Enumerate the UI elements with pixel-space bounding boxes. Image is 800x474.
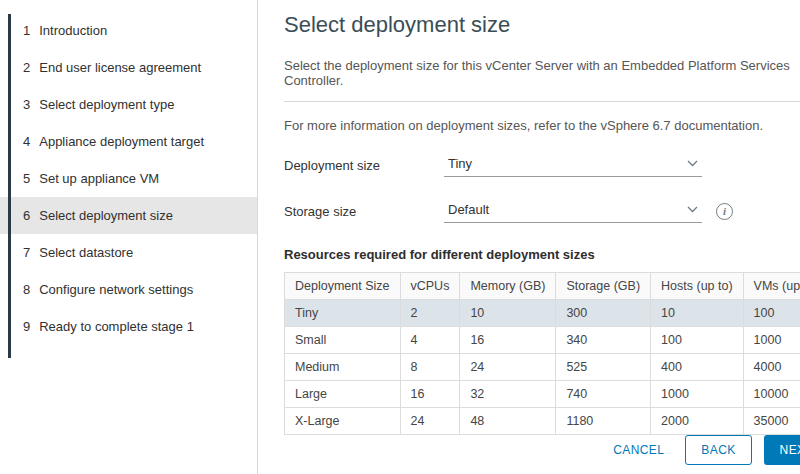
page-title: Select deployment size bbox=[284, 12, 800, 38]
column-header: vCPUs bbox=[400, 273, 460, 300]
step-number: 3 bbox=[23, 96, 30, 113]
chevron-down-icon bbox=[687, 160, 698, 167]
cell: 24 bbox=[460, 354, 556, 381]
table-row-small: Small 4 16 340 100 1000 bbox=[285, 327, 800, 354]
table-row-large: Large 16 32 740 1000 10000 bbox=[285, 381, 800, 408]
wizard-content: Select deployment size Select the deploy… bbox=[258, 0, 800, 474]
sidebar-accent-rail bbox=[8, 14, 11, 358]
wizard-steps-sidebar: 1 Introduction 2 End user license agreem… bbox=[0, 0, 258, 474]
table-row-medium: Medium 8 24 525 400 4000 bbox=[285, 354, 800, 381]
header-divider bbox=[284, 101, 800, 102]
step-label: Ready to complete stage 1 bbox=[39, 318, 194, 335]
cell: 8 bbox=[400, 354, 460, 381]
storage-size-row: Storage size Default i bbox=[284, 199, 800, 223]
info-icon[interactable]: i bbox=[716, 203, 733, 220]
cell: 100 bbox=[743, 300, 800, 327]
step-label: Select deployment type bbox=[39, 96, 174, 113]
storage-size-select[interactable]: Default bbox=[444, 199, 702, 223]
step-label: Select deployment size bbox=[39, 207, 173, 224]
column-header: VMs (up to) bbox=[743, 273, 800, 300]
deployment-size-info-text: For more information on deployment sizes… bbox=[284, 118, 800, 133]
step-number: 9 bbox=[23, 318, 30, 335]
step-number: 1 bbox=[23, 22, 30, 39]
column-header: Hosts (up to) bbox=[651, 273, 744, 300]
cell: 10000 bbox=[743, 381, 800, 408]
step-number: 5 bbox=[23, 170, 30, 187]
deployment-size-label: Deployment size bbox=[284, 158, 444, 173]
cell: 1000 bbox=[743, 327, 800, 354]
sidebar-item-network-settings[interactable]: 8 Configure network settings bbox=[0, 271, 257, 308]
cell: Medium bbox=[285, 354, 401, 381]
cell: 16 bbox=[460, 327, 556, 354]
step-label: Configure network settings bbox=[39, 281, 193, 298]
cell: 2000 bbox=[651, 408, 744, 435]
step-label: End user license agreement bbox=[39, 59, 201, 76]
step-label: Set up appliance VM bbox=[39, 170, 159, 187]
cell: 400 bbox=[651, 354, 744, 381]
sidebar-item-datastore[interactable]: 7 Select datastore bbox=[0, 234, 257, 271]
sidebar-item-eula[interactable]: 2 End user license agreement bbox=[0, 49, 257, 86]
cell: 100 bbox=[651, 327, 744, 354]
step-number: 2 bbox=[23, 59, 30, 76]
deployment-size-row: Deployment size Tiny bbox=[284, 153, 800, 177]
sidebar-item-introduction[interactable]: 1 Introduction bbox=[0, 12, 257, 49]
cell: 340 bbox=[556, 327, 651, 354]
cell: 10 bbox=[651, 300, 744, 327]
cell: 2 bbox=[400, 300, 460, 327]
back-button[interactable]: BACK bbox=[685, 435, 751, 465]
cell: 300 bbox=[556, 300, 651, 327]
table-row-xlarge: X-Large 24 48 1180 2000 35000 bbox=[285, 408, 800, 435]
cell: 4 bbox=[400, 327, 460, 354]
cancel-button[interactable]: CANCEL bbox=[597, 435, 673, 465]
cell: 525 bbox=[556, 354, 651, 381]
deployment-size-select[interactable]: Tiny bbox=[444, 153, 702, 177]
storage-size-value: Default bbox=[448, 202, 489, 217]
resources-table-heading: Resources required for different deploym… bbox=[284, 247, 800, 262]
wizard-step-list: 1 Introduction 2 End user license agreem… bbox=[0, 12, 257, 345]
cell: 35000 bbox=[743, 408, 800, 435]
column-header: Memory (GB) bbox=[460, 273, 556, 300]
deployment-size-value: Tiny bbox=[448, 156, 472, 171]
cell: 4000 bbox=[743, 354, 800, 381]
step-number: 6 bbox=[23, 207, 30, 224]
vcsa-installer-window: 1 Introduction 2 End user license agreem… bbox=[0, 0, 800, 474]
cell: 32 bbox=[460, 381, 556, 408]
cell: 740 bbox=[556, 381, 651, 408]
column-header: Storage (GB) bbox=[556, 273, 651, 300]
step-label: Appliance deployment target bbox=[39, 133, 204, 150]
step-number: 4 bbox=[23, 133, 30, 150]
cell: 1180 bbox=[556, 408, 651, 435]
chevron-down-icon bbox=[687, 206, 698, 213]
page-subtitle: Select the deployment size for this vCen… bbox=[284, 58, 800, 88]
sidebar-item-deployment-target[interactable]: 4 Appliance deployment target bbox=[0, 123, 257, 160]
sidebar-item-appliance-vm[interactable]: 5 Set up appliance VM bbox=[0, 160, 257, 197]
step-number: 7 bbox=[23, 244, 30, 261]
next-button[interactable]: NEXT bbox=[764, 435, 800, 465]
column-header: Deployment Size bbox=[285, 273, 401, 300]
cell: 1000 bbox=[651, 381, 744, 408]
cell: X-Large bbox=[285, 408, 401, 435]
table-header-row: Deployment Size vCPUs Memory (GB) Storag… bbox=[285, 273, 800, 300]
step-number: 8 bbox=[23, 281, 30, 298]
sidebar-item-deployment-type[interactable]: 3 Select deployment type bbox=[0, 86, 257, 123]
sidebar-item-ready-to-complete[interactable]: 9 Ready to complete stage 1 bbox=[0, 308, 257, 345]
sidebar-item-deployment-size[interactable]: 6 Select deployment size bbox=[0, 197, 257, 234]
cell: Large bbox=[285, 381, 401, 408]
cell: Tiny bbox=[285, 300, 401, 327]
cell: 10 bbox=[460, 300, 556, 327]
cell: 16 bbox=[400, 381, 460, 408]
wizard-footer: CANCEL BACK NEXT bbox=[284, 435, 800, 467]
cell: 24 bbox=[400, 408, 460, 435]
step-label: Introduction bbox=[39, 22, 107, 39]
step-label: Select datastore bbox=[39, 244, 133, 261]
table-row-tiny: Tiny 2 10 300 10 100 bbox=[285, 300, 800, 327]
resources-table: Deployment Size vCPUs Memory (GB) Storag… bbox=[284, 272, 800, 435]
cell: 48 bbox=[460, 408, 556, 435]
cell: Small bbox=[285, 327, 401, 354]
storage-size-label: Storage size bbox=[284, 204, 444, 219]
